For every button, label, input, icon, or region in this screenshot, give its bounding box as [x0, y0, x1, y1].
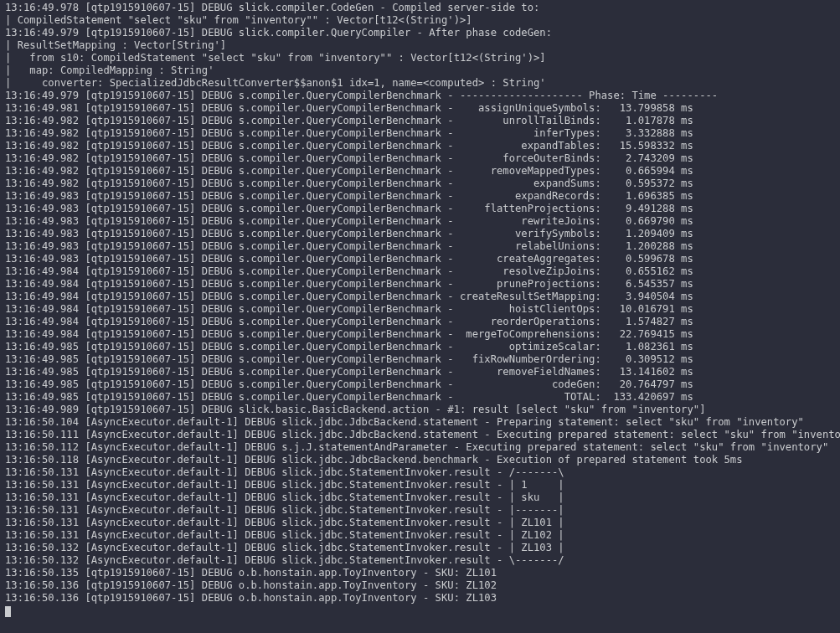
log-line: 13:16:49.984 [qtp1915910607-15] DEBUG s.…: [5, 265, 840, 278]
log-line: 13:16:50.131 [AsyncExecutor.default-1] D…: [5, 491, 840, 504]
log-line: 13:16:49.984 [qtp1915910607-15] DEBUG s.…: [5, 278, 840, 291]
log-line: 13:16:50.136 [qtp1915910607-15] DEBUG o.…: [5, 592, 840, 605]
log-line: 13:16:50.131 [AsyncExecutor.default-1] D…: [5, 504, 840, 517]
log-line: | CompiledStatement "select "sku" from "…: [5, 14, 840, 27]
log-line: 13:16:49.985 [qtp1915910607-15] DEBUG s.…: [5, 391, 840, 404]
log-line: 13:16:50.131 [AsyncExecutor.default-1] D…: [5, 529, 840, 542]
log-line: 13:16:49.985 [qtp1915910607-15] DEBUG s.…: [5, 378, 840, 391]
log-line: 13:16:49.984 [qtp1915910607-15] DEBUG s.…: [5, 328, 840, 341]
log-line: 13:16:50.132 [AsyncExecutor.default-1] D…: [5, 542, 840, 554]
log-line: 13:16:50.131 [AsyncExecutor.default-1] D…: [5, 479, 840, 491]
log-line: | ResultSetMapping : Vector[String']: [5, 39, 840, 52]
log-line: 13:16:49.978 [qtp1915910607-15] DEBUG sl…: [5, 2, 840, 14]
log-line: 13:16:49.979 [qtp1915910607-15] DEBUG sl…: [5, 27, 840, 39]
log-line: 13:16:49.981 [qtp1915910607-15] DEBUG s.…: [5, 102, 840, 115]
log-line: 13:16:49.982 [qtp1915910607-15] DEBUG s.…: [5, 140, 840, 152]
log-line: 13:16:50.131 [AsyncExecutor.default-1] D…: [5, 466, 840, 479]
cursor-line: [5, 605, 840, 617]
log-line: 13:16:49.982 [qtp1915910607-15] DEBUG s.…: [5, 165, 840, 178]
log-line: 13:16:49.979 [qtp1915910607-15] DEBUG s.…: [5, 90, 840, 102]
log-line: 13:16:49.983 [qtp1915910607-15] DEBUG s.…: [5, 203, 840, 215]
log-line: 13:16:50.131 [AsyncExecutor.default-1] D…: [5, 517, 840, 529]
log-line: 13:16:49.989 [qtp1915910607-15] DEBUG sl…: [5, 404, 840, 416]
log-line: 13:16:49.985 [qtp1915910607-15] DEBUG s.…: [5, 366, 840, 378]
log-line: | from s10: CompiledStatement "select "s…: [5, 52, 840, 64]
log-line: 13:16:49.984 [qtp1915910607-15] DEBUG s.…: [5, 303, 840, 316]
log-line: 13:16:49.983 [qtp1915910607-15] DEBUG s.…: [5, 215, 840, 228]
log-line: | converter: SpecializedJdbcResultConver…: [5, 77, 840, 90]
log-line: 13:16:50.112 [AsyncExecutor.default-1] D…: [5, 441, 840, 454]
cursor-icon: [5, 606, 11, 617]
log-line: | map: CompiledMapping : String': [5, 64, 840, 77]
log-line: 13:16:49.984 [qtp1915910607-15] DEBUG s.…: [5, 316, 840, 328]
log-line: 13:16:49.982 [qtp1915910607-15] DEBUG s.…: [5, 152, 840, 165]
log-line: 13:16:50.118 [AsyncExecutor.default-1] D…: [5, 454, 840, 466]
log-line: 13:16:49.983 [qtp1915910607-15] DEBUG s.…: [5, 190, 840, 203]
log-line: 13:16:49.982 [qtp1915910607-15] DEBUG s.…: [5, 115, 840, 127]
log-line: 13:16:50.136 [qtp1915910607-15] DEBUG o.…: [5, 579, 840, 592]
log-line: 13:16:49.985 [qtp1915910607-15] DEBUG s.…: [5, 341, 840, 353]
log-line: 13:16:50.111 [AsyncExecutor.default-1] D…: [5, 429, 840, 441]
log-output: 13:16:49.978 [qtp1915910607-15] DEBUG sl…: [0, 0, 840, 619]
log-line: 13:16:50.135 [qtp1915910607-15] DEBUG o.…: [5, 567, 840, 579]
log-line: 13:16:49.983 [qtp1915910607-15] DEBUG s.…: [5, 253, 840, 265]
log-line: 13:16:49.982 [qtp1915910607-15] DEBUG s.…: [5, 178, 840, 190]
log-line: 13:16:49.985 [qtp1915910607-15] DEBUG s.…: [5, 353, 840, 366]
log-line: 13:16:49.984 [qtp1915910607-15] DEBUG s.…: [5, 291, 840, 303]
log-line: 13:16:50.104 [AsyncExecutor.default-1] D…: [5, 416, 840, 429]
log-line: 13:16:50.132 [AsyncExecutor.default-1] D…: [5, 554, 840, 567]
log-line: 13:16:49.982 [qtp1915910607-15] DEBUG s.…: [5, 127, 840, 140]
log-line: 13:16:49.983 [qtp1915910607-15] DEBUG s.…: [5, 228, 840, 240]
log-line: 13:16:49.983 [qtp1915910607-15] DEBUG s.…: [5, 240, 840, 253]
